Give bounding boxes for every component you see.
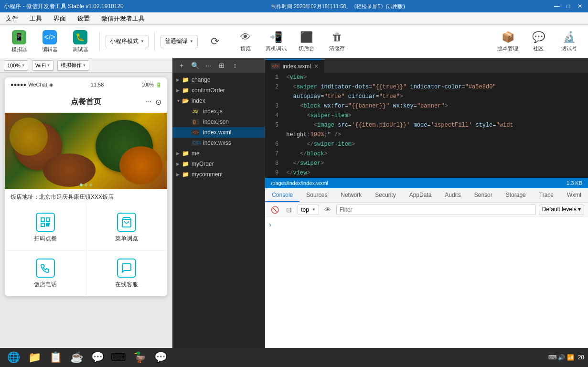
- devtools-tab-sensor[interactable]: Sensor: [468, 189, 499, 202]
- maximize-button[interactable]: □: [564, 2, 573, 11]
- swiper-dots: [80, 184, 92, 186]
- battery-icon: 🔋: [156, 82, 161, 87]
- console-input-prompt[interactable]: ›: [269, 221, 584, 228]
- toolbar: 📱 模拟器 </> 编辑器 🐛 调试器 小程序模式 普通编译 ⟳ ⟳ 👁 预览 …: [0, 25, 588, 58]
- menu-item-service[interactable]: 在线客服: [86, 251, 168, 296]
- tab-close-button[interactable]: ✕: [314, 63, 319, 70]
- tree-item-mycomment[interactable]: ▶ 📁 mycomment: [172, 169, 265, 180]
- phone-food-image: [5, 113, 167, 189]
- menu-settings[interactable]: 设置: [75, 13, 92, 24]
- battery-percent: 100%: [141, 82, 154, 87]
- levels-label: Default levels ▾: [542, 206, 581, 213]
- file-more-button[interactable]: ···: [203, 60, 214, 71]
- arrow-confirmOrder: ▶: [176, 88, 182, 93]
- community-button[interactable]: 💬 社区: [525, 28, 552, 55]
- clear-cache-button[interactable]: 🗑 清缓存: [324, 28, 351, 55]
- devtools-tab-network[interactable]: Network: [334, 189, 368, 202]
- phone-header-icons: ··· ⊙: [145, 97, 161, 107]
- more-icon[interactable]: ···: [145, 97, 151, 107]
- add-file-button[interactable]: +: [176, 60, 187, 71]
- taskbar-wechat[interactable]: 💬: [88, 349, 107, 366]
- taskbar-java[interactable]: ☕: [67, 349, 86, 366]
- devtools-tab-audits[interactable]: Audits: [438, 189, 467, 202]
- real-machine-label: 真机调试: [266, 45, 287, 52]
- clear-cache-label: 清缓存: [329, 45, 345, 52]
- minimize-button[interactable]: —: [553, 2, 561, 11]
- menu-view[interactable]: 界面: [52, 13, 68, 24]
- compile-dropdown[interactable]: 普通编译: [160, 35, 198, 48]
- console-eye-button[interactable]: 👁: [322, 204, 333, 216]
- menu-item-phone[interactable]: 饭店电话: [5, 251, 86, 296]
- menu-wechat-devtools[interactable]: 微信开发者工具: [99, 13, 147, 24]
- tree-item-me[interactable]: ▶ 📁 me: [172, 148, 265, 159]
- backend-button[interactable]: ⬛ 切后台: [293, 28, 320, 55]
- svg-rect-4: [46, 223, 47, 224]
- console-context-selector[interactable]: top: [298, 205, 319, 215]
- home-icon[interactable]: ⊙: [155, 97, 161, 107]
- menu-file[interactable]: 文件: [4, 13, 20, 24]
- version-mgmt-button[interactable]: 📦 版本管理: [494, 28, 521, 55]
- wechat-icon: 💬: [91, 351, 104, 364]
- taskbar-files[interactable]: 📋: [46, 349, 65, 366]
- food-dish-4: [119, 146, 162, 184]
- tree-item-change[interactable]: ▶ 📁 change: [172, 75, 265, 85]
- network-dropdown[interactable]: WiFi: [32, 60, 53, 71]
- menu-item-browse[interactable]: 菜单浏览: [86, 205, 168, 250]
- tree-item-myOrder[interactable]: ▶ 📁 myOrder: [172, 159, 265, 169]
- code-editor[interactable]: 1 <view> 2 <swiper indicator-dots="{{tru…: [265, 73, 588, 178]
- simulator-button[interactable]: 📱 模拟器: [6, 28, 32, 55]
- devtools-tab-appdata[interactable]: AppData: [403, 189, 438, 202]
- zoom-dropdown[interactable]: 100%: [4, 60, 28, 71]
- debugger-button[interactable]: 🐛 调试器: [67, 28, 94, 55]
- devtools-tab-trace[interactable]: Trace: [533, 189, 560, 202]
- console-filter-input[interactable]: [336, 205, 536, 215]
- tree-item-confirmOrder[interactable]: ▶ 📁 confirmOrder: [172, 85, 265, 96]
- devtools-tab-sources[interactable]: Sources: [299, 189, 334, 202]
- menu-tools[interactable]: 工具: [28, 13, 44, 24]
- mode-dropdown[interactable]: 小程序模式: [106, 35, 149, 48]
- test-label: 测试号: [561, 45, 577, 52]
- tray-icons: ⌨ 🔊 📶: [548, 354, 574, 361]
- tree-item-index-wxss[interactable]: CSS index.wxss: [172, 138, 265, 148]
- taskbar-duck[interactable]: 🦆: [130, 349, 149, 366]
- tree-item-index[interactable]: ▼ 📂 index: [172, 96, 265, 106]
- file-layout-button[interactable]: ⊞: [216, 60, 227, 71]
- devtools-tab-wxml[interactable]: Wxml: [560, 189, 588, 202]
- compile-icon: ⟳: [211, 35, 219, 48]
- editor-button[interactable]: </> 编辑器: [36, 28, 63, 55]
- tree-item-index-wxml[interactable]: </> index.wxml: [172, 127, 265, 138]
- compile-button[interactable]: ⟳ ⟳: [202, 28, 228, 55]
- menu-item-scan[interactable]: 扫码点餐: [5, 205, 86, 250]
- devtools-tab-console[interactable]: Console: [265, 189, 299, 202]
- zoom-label: 100%: [7, 63, 21, 68]
- code-tab-index-wxml[interactable]: </> index.wxml ✕: [265, 59, 324, 73]
- devtools-tab-security[interactable]: Security: [368, 189, 402, 202]
- tree-label-index-wxss: index.wxss: [203, 140, 231, 146]
- console-levels-dropdown[interactable]: Default levels ▾: [539, 205, 584, 215]
- console-clear-button[interactable]: 🚫: [269, 204, 280, 216]
- devtools-tab-storage[interactable]: Storage: [499, 189, 533, 202]
- title-bar-controls[interactable]: — □ ✕: [553, 2, 584, 11]
- real-machine-button[interactable]: 📲 真机调试: [263, 28, 289, 55]
- phone-signal: ●●●●● WeChat ◈: [11, 82, 53, 88]
- test-button[interactable]: 🔬 测试号: [556, 28, 582, 55]
- taskbar-folder[interactable]: 📁: [25, 349, 44, 366]
- tab-wxml-icon: </>: [271, 63, 279, 69]
- tree-item-index-json[interactable]: {} index.json: [172, 117, 265, 127]
- close-button[interactable]: ✕: [576, 2, 584, 11]
- preview-button[interactable]: 👁 预览: [232, 28, 259, 55]
- code-line-8: 8 </swiper>: [265, 159, 588, 168]
- real-machine-icon: 📲: [269, 31, 282, 43]
- taskbar-chrome[interactable]: 🌐: [4, 349, 23, 366]
- taskbar-chat[interactable]: 💬: [151, 349, 170, 366]
- phone-address: 饭店地址：北京市延庆县康庄镇XXX饭店: [5, 189, 167, 205]
- file-sort-button[interactable]: ↕: [230, 60, 240, 71]
- scan-icon: [36, 213, 55, 232]
- action-dropdown[interactable]: 模拟操作: [57, 60, 89, 71]
- code-tabs: </> index.wxml ✕: [265, 58, 588, 73]
- console-expand-button[interactable]: ⊡: [283, 204, 295, 216]
- title-text: 小程序 - 微信开发者工具 Stable v1.02.1910120: [4, 2, 124, 11]
- taskbar-code[interactable]: ⌨: [109, 349, 128, 366]
- tree-item-index-js[interactable]: JS index.js: [172, 106, 265, 117]
- search-file-button[interactable]: 🔍: [190, 60, 200, 71]
